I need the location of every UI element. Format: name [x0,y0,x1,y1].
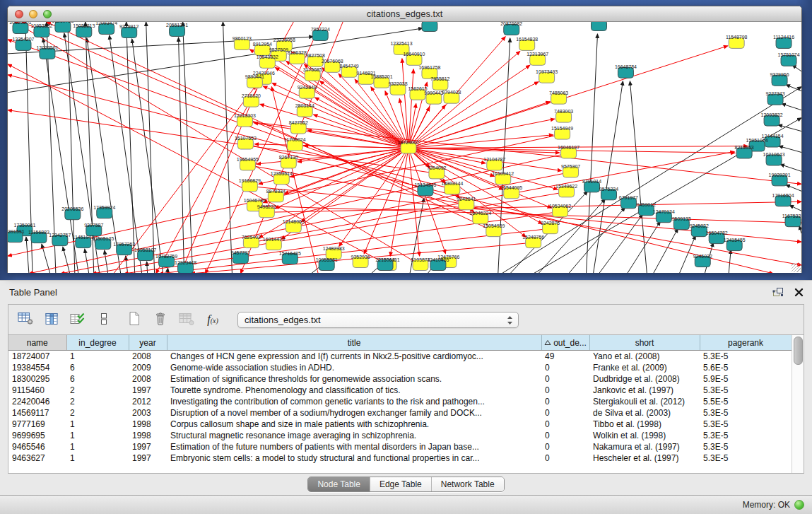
cell-short[interactable]: Tibbo et al. (1998) [589,419,700,430]
network-window[interactable]: citations_edges.txt 18724007986012389129… [7,6,802,273]
column-header-short[interactable]: short [589,335,700,351]
cell-name[interactable]: 14569117 [8,407,66,419]
cell-year[interactable]: 1997 [129,452,167,464]
cell-short[interactable]: Wolkin et al. (1998) [589,430,700,441]
graph-edge[interactable] [782,104,801,110]
cell-title[interactable]: Investigating the contribution of common… [167,396,541,407]
cell-pagerank[interactable]: 5.3E-5 [700,452,792,464]
table-row[interactable]: 1830029562008Estimation of significance … [8,373,792,385]
cell-in_degree[interactable]: 2 [66,385,129,396]
graph-edge[interactable] [304,146,408,148]
float-panel-button[interactable] [772,286,784,300]
minimize-window-button[interactable] [29,10,37,18]
cell-short[interactable]: Stergiakouli et al. (2012) [589,396,700,407]
column-header-year[interactable]: year [129,335,167,351]
network-canvas[interactable]: 1872400798601238912954232260589827509818… [8,22,801,273]
column-header-pagerank[interactable]: pagerank [700,335,792,351]
cell-pagerank[interactable]: 5.3E-5 [700,419,792,430]
graph-node[interactable] [592,22,607,30]
graph-edge[interactable] [630,81,647,273]
table-scrollbar[interactable] [792,335,804,473]
cell-out_degree[interactable]: 0 [541,407,589,419]
cell-year[interactable]: 2008 [129,373,167,385]
cell-pagerank[interactable]: 5.3E-5 [700,430,792,441]
graph-edge[interactable] [26,237,29,273]
cell-short[interactable]: Franke et al. (2009) [589,362,700,373]
cell-in_degree[interactable]: 1 [66,351,129,363]
cell-short[interactable]: Yano et al. (2008) [589,351,700,363]
cell-out_degree[interactable]: 0 [541,430,589,441]
delete-button[interactable] [151,309,170,330]
cell-year[interactable]: 2003 [129,407,167,419]
table-row[interactable]: 911546021997Tourette syndrome. Phenomeno… [8,385,792,396]
graph-edge[interactable] [780,164,801,171]
graph-edge[interactable] [408,69,413,148]
cell-in_degree[interactable]: 6 [66,373,129,385]
table-row[interactable]: 977716911998Corpus callosum shape and si… [8,419,792,430]
close-panel-button[interactable] [794,288,804,299]
column-header-name[interactable]: name [8,335,66,351]
cell-in_degree[interactable]: 1 [66,452,129,464]
table-settings-button[interactable] [16,309,35,330]
cell-out_degree[interactable]: 0 [541,396,589,407]
graph-edge[interactable] [147,262,148,273]
new-file-button[interactable] [124,309,144,330]
cell-out_degree[interactable]: 49 [541,351,589,363]
graph-edge[interactable] [105,250,108,273]
table-row[interactable]: 969969511998Structural magnetic resonanc… [8,430,792,441]
graph-node[interactable] [422,22,437,31]
graph-edge[interactable] [799,226,801,233]
cell-name[interactable]: 22420046 [8,396,66,407]
table-row[interactable]: 1456911722003Disruption of a novel membe… [8,407,792,419]
graph-edge[interactable] [183,22,193,273]
table-panel-header[interactable]: Table Panel [0,280,812,304]
graph-edge[interactable] [778,125,801,132]
cell-pagerank[interactable]: 5.6E-5 [700,362,792,373]
cell-year[interactable]: 2012 [129,396,167,407]
cell-in_degree[interactable]: 1 [66,430,129,441]
network-table-select[interactable]: citations_edges.txt [237,312,519,328]
graph-edge[interactable] [266,201,801,212]
cell-in_degree[interactable]: 2 [66,407,129,419]
cell-year[interactable]: 2008 [129,351,167,363]
show-columns-button[interactable] [42,309,61,330]
graph-edge[interactable] [179,37,184,273]
column-header-out_degree[interactable]: out_de... [541,335,589,351]
select-columns-button[interactable] [68,309,88,330]
cell-short[interactable]: Nakamura et al. (1997) [589,441,700,452]
cell-in_degree[interactable]: 2 [66,396,129,407]
cell-out_degree[interactable]: 0 [541,385,589,396]
graph-edge[interactable] [789,205,801,211]
graph-edge[interactable] [729,250,731,273]
graph-edge[interactable] [653,228,678,273]
cell-out_degree[interactable]: 0 [541,419,589,430]
cell-pagerank[interactable]: 5.5E-5 [700,396,792,407]
tab-network-table[interactable]: Network Table [431,477,504,491]
column-header-in_degree[interactable]: in_degree [66,335,129,351]
window-titlebar[interactable]: citations_edges.txt [8,6,801,22]
cell-title[interactable]: Tourette syndrome. Phenomenology and cla… [167,385,541,396]
graph-edge[interactable] [498,38,510,273]
table-scrollbar-thumb[interactable] [794,337,803,365]
cell-year[interactable]: 1997 [129,385,167,396]
graph-edge[interactable] [408,148,560,153]
graph-edge[interactable] [786,185,801,191]
cell-short[interactable]: Dudbridge et al. (2008) [589,373,700,385]
cell-year[interactable]: 1998 [129,419,167,430]
cell-out_degree[interactable]: 0 [541,373,589,385]
cell-pagerank[interactable]: 5.3E-5 [700,385,792,396]
table-row[interactable]: 1872400712008Changes of HCN gene express… [8,351,792,363]
cell-title[interactable]: Estimation of the future numbers of pati… [167,441,541,452]
cell-name[interactable]: 9465546 [8,441,66,452]
table-row[interactable]: 2242004622012Investigating the contribut… [8,396,792,407]
cell-name[interactable]: 9463627 [8,452,66,464]
cell-name[interactable]: 19384554 [8,362,66,373]
cell-name[interactable]: 9699695 [8,430,66,441]
cell-name[interactable]: 9777169 [8,419,66,430]
cell-title[interactable]: Corpus callosum shape and size in male p… [167,419,541,430]
table-row[interactable]: 946554611997Estimation of the future num… [8,441,792,452]
graph-edge[interactable] [146,22,155,273]
cell-title[interactable]: Estimation of significance thresholds fo… [167,373,541,385]
table-row[interactable]: 1938455462009Genome-wide association stu… [8,362,792,373]
graph-edge[interactable] [15,22,420,265]
